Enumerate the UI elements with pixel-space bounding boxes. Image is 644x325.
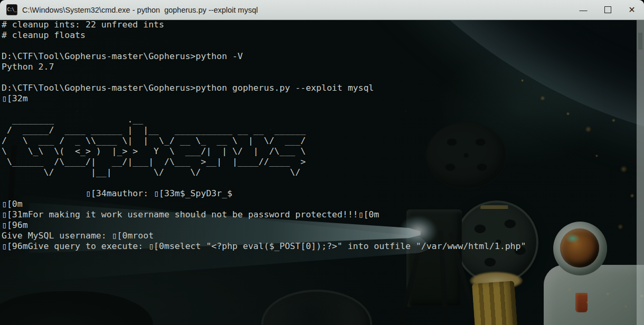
terminal-line-ascii-art: \ \_\ \( <_> ) |_> > Y \ ___/| | \/ | /\… — [0, 146, 637, 157]
terminal-line — [0, 178, 637, 188]
terminal-line-ascii-art: / _____/ ____ ______ | |__ ___________ _… — [0, 125, 637, 136]
terminal-line-ascii-art: / \ ___ / _ \\____ \| | \_/ __ \_ __ \ |… — [0, 136, 637, 146]
terminal-line: # cleanup floats — [0, 30, 637, 41]
cmd-window: C:\_ C:\Windows\System32\cmd.exe - pytho… — [0, 0, 644, 325]
terminal-line-warning: ▯[31mFor making it work username should … — [0, 209, 637, 220]
terminal-line: # cleanup ints: 22 unfreed ints — [0, 20, 637, 30]
scrollbar-thumb[interactable] — [638, 33, 642, 50]
titlebar[interactable]: C:\_ C:\Windows\System32\cmd.exe - pytho… — [0, 0, 644, 20]
terminal-line: ▯[0m — [0, 199, 637, 209]
window-title: C:\Windows\System32\cmd.exe - python gop… — [22, 6, 571, 14]
terminal-line-ascii-art: ________ .__ — [0, 114, 637, 125]
terminal-line: D:\CTF\Tool\Gopherus-master\Gopherus>pyt… — [0, 51, 637, 62]
terminal-line: D:\CTF\Tool\Gopherus-master\Gopherus>pyt… — [0, 83, 637, 93]
minimize-button[interactable]: — — [571, 0, 595, 20]
terminal-line-ascii-art: \/ |__| \/ \/ \/ — [0, 167, 637, 178]
terminal-line-ascii-art: \______ /\____/| __/|___| /\___ >__| |__… — [0, 157, 637, 167]
maximize-icon — [604, 6, 611, 13]
terminal-line — [0, 41, 637, 51]
terminal-output[interactable]: # cleanup ints: 22 unfreed ints # cleanu… — [0, 20, 637, 325]
terminal-line-author: ▯[34mauthor: ▯[33m$_SpyD3r_$ — [0, 188, 637, 199]
cmd-icon: C:\_ — [6, 4, 17, 15]
terminal-line: ▯[32m — [0, 93, 637, 104]
terminal-line — [0, 104, 637, 114]
minimize-icon: — — [580, 0, 588, 20]
vertical-scrollbar[interactable] — [637, 20, 644, 325]
terminal-line: Python 2.7 — [0, 62, 637, 72]
terminal-line-username-prompt: Give MySQL username: ▯[0mroot — [0, 231, 637, 241]
terminal-line: ▯[96m — [0, 220, 637, 231]
close-button[interactable]: ✕ — [620, 0, 644, 20]
close-icon: ✕ — [628, 5, 635, 15]
terminal-line — [0, 72, 637, 83]
terminal-line-query-prompt: ▯[96mGive query to execute: ▯[0mselect "… — [0, 241, 637, 252]
maximize-button[interactable] — [595, 0, 620, 20]
